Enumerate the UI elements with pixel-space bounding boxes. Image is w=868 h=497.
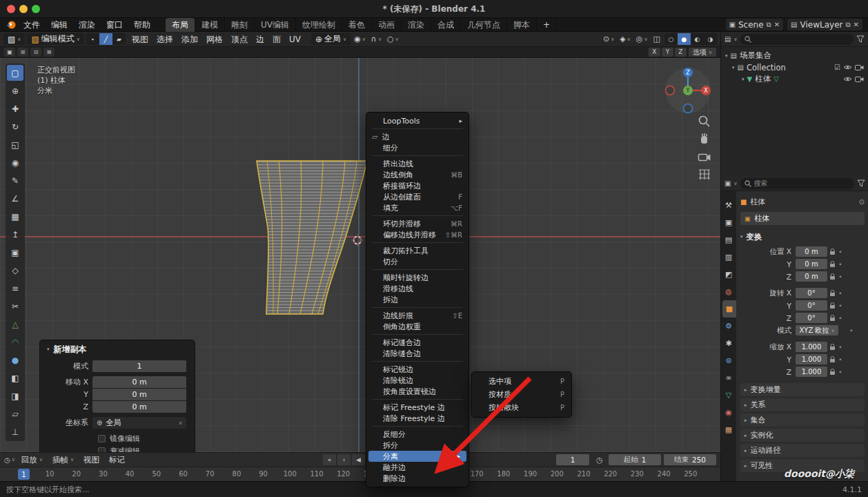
shear-tool-button[interactable]: ▱	[7, 406, 23, 422]
context-menu-item[interactable]: 清除缝合边	[366, 348, 468, 359]
select-box-tool-button[interactable]: ▢	[7, 65, 23, 81]
measure-tool-button[interactable]: ∠	[7, 191, 23, 206]
particles-tab[interactable]: ✱	[721, 335, 736, 352]
knife-tool-button[interactable]: ✂	[7, 298, 23, 314]
face-select-mode-button[interactable]: ▰	[112, 33, 126, 45]
workspace-tab[interactable]: 渲染	[402, 18, 431, 32]
animate-dot-icon[interactable]: •	[848, 327, 855, 334]
outliner-row-collection[interactable]: ▾ ▤ Collection ☑	[722, 61, 867, 73]
annotate-tool-button[interactable]: ✎	[7, 173, 23, 188]
context-menu-item[interactable]: 拆分	[366, 440, 468, 451]
context-menu-item[interactable]: 切分	[366, 256, 468, 267]
timeline-menu-插帧[interactable]: 插帧∨	[48, 455, 79, 465]
lock-icon[interactable]	[827, 273, 837, 280]
move-tool-button[interactable]: ✚	[7, 101, 23, 117]
move-z-field[interactable]: 0 m	[92, 401, 186, 413]
section-关系[interactable]: ▸关系	[740, 398, 865, 411]
rotate-tool-button[interactable]: ↻	[7, 119, 23, 135]
clock-icon[interactable]: ◷	[596, 456, 603, 465]
mode-dropdown[interactable]: ▧ 编辑模式 ∨	[27, 33, 83, 45]
mirror-z-button[interactable]: Z	[675, 48, 687, 57]
outliner-row-object[interactable]: ▾ ▼ 柱体 ▽	[722, 73, 867, 85]
workspace-tab[interactable]: 建模	[195, 18, 225, 32]
cursor-tool-button[interactable]: ⊕	[7, 83, 23, 99]
context-menu-item[interactable]: 边线倒角⌘B	[366, 169, 468, 180]
context-menu-item[interactable]: 按角度设置锐边	[366, 386, 468, 397]
context-menu-item[interactable]: 细分	[366, 142, 468, 153]
modifiers-tab[interactable]: ⚙	[721, 318, 736, 335]
properties-editor-icon[interactable]: ▣	[724, 179, 731, 187]
remove-viewlayer-icon[interactable]: ✕	[854, 21, 859, 28]
hide-eye-icon[interactable]	[843, 63, 852, 72]
extrude-region-tool-button[interactable]: ↥	[7, 226, 23, 242]
property-value-field[interactable]: 1.000	[796, 367, 827, 377]
pin-icon[interactable]: ⊙	[859, 198, 865, 206]
scene-selector[interactable]: ▣ Scene ⧉ ✕	[726, 19, 784, 30]
timeline-menu-标记[interactable]: 标记	[104, 455, 130, 465]
section-集合[interactable]: ▸集合	[740, 413, 865, 427]
timeline-menu-视图[interactable]: 视图	[79, 455, 104, 465]
breadcrumb-object-name[interactable]: 柱体	[750, 197, 765, 207]
properties-search-input[interactable]: 搜索	[740, 178, 854, 189]
frame-start-field[interactable]: 起始 1	[609, 454, 661, 465]
playhead[interactable]: 1	[18, 469, 30, 480]
falloff-editing-checkbox[interactable]	[98, 447, 106, 452]
viewport-menu-选择[interactable]: 选择	[152, 32, 177, 47]
transform-tool-button[interactable]: ◉	[7, 155, 23, 170]
property-value-field[interactable]: 0°	[796, 288, 827, 298]
bevel-tool-button[interactable]: ◇	[7, 262, 23, 278]
object-tab[interactable]: ■	[722, 300, 736, 318]
minimize-window-button[interactable]	[19, 5, 28, 13]
select-mode-extend-button[interactable]: ⊞	[17, 48, 28, 57]
select-mode-set-button[interactable]: ▣	[4, 48, 15, 57]
scene-tab[interactable]: ◩	[721, 266, 736, 283]
expand-icon[interactable]: ▾	[742, 77, 744, 82]
workspace-tab[interactable]: 纹理绘制	[296, 18, 342, 32]
constraints-tab[interactable]: ∞	[721, 369, 736, 387]
animate-dot-icon[interactable]: •	[837, 261, 844, 268]
current-frame-field[interactable]: 1	[556, 454, 589, 465]
hide-eye-icon[interactable]	[843, 75, 852, 84]
context-menu-item[interactable]: 标记缝合边	[366, 337, 468, 348]
wireframe-shading-button[interactable]: ○	[664, 33, 678, 45]
workspace-tab[interactable]: 动画	[372, 18, 402, 32]
zoom-icon[interactable]	[697, 114, 712, 129]
mirror-editing-checkbox[interactable]	[98, 435, 106, 442]
workspace-tab[interactable]: 布局	[166, 18, 195, 32]
lock-icon[interactable]	[827, 315, 837, 322]
context-menu-item[interactable]: 顺时针旋转边	[366, 272, 468, 283]
collection-checkbox[interactable]: ☑	[834, 64, 840, 71]
view-layer-tab[interactable]: ▥	[721, 248, 736, 266]
select-mode-subtract-button[interactable]: ⊟	[30, 48, 41, 57]
loop-cut-tool-button[interactable]: ≡	[7, 280, 23, 296]
property-value-field[interactable]: 0 m	[796, 271, 827, 282]
animate-dot-icon[interactable]: •	[837, 248, 844, 255]
vertex-select-mode-button[interactable]: ∙	[86, 33, 99, 45]
app-menu-文件[interactable]: 文件	[18, 18, 46, 32]
section-实例化[interactable]: ▸实例化	[740, 429, 865, 442]
timeline-ruler[interactable]: 1 10203040506070809010011012013014015016…	[0, 467, 720, 482]
animate-dot-icon[interactable]: •	[837, 356, 844, 363]
edge-slide-tool-button[interactable]: ◧	[7, 370, 23, 386]
new-scene-icon[interactable]: ⧉	[767, 21, 771, 29]
workspace-tab[interactable]: 脚本	[507, 18, 537, 32]
collection-label[interactable]: Collection	[747, 63, 786, 72]
workspace-tab[interactable]: 着色	[342, 18, 372, 32]
property-value-field[interactable]: 0 m	[796, 259, 827, 269]
add-workspace-button[interactable]: +	[537, 18, 557, 32]
texture-tab[interactable]: ▦	[721, 421, 736, 438]
context-menu-item[interactable]: 偏移边线并滑移⇧⌘R	[366, 229, 468, 240]
lock-icon[interactable]	[827, 344, 837, 351]
rendered-shading-button[interactable]: ◑	[704, 33, 717, 45]
section-变换增量[interactable]: ▸变换增量	[740, 383, 865, 396]
expand-icon[interactable]: ▾	[732, 65, 735, 70]
lock-icon[interactable]	[827, 290, 837, 297]
jump-to-start-button[interactable]: «	[323, 454, 336, 465]
lock-icon[interactable]	[827, 356, 837, 363]
app-menu-渲染[interactable]: 渲染	[73, 18, 101, 32]
section-可见性[interactable]: ▸可见性	[740, 459, 865, 472]
transform-panel-header[interactable]: ▾ 变换	[740, 231, 865, 243]
workspace-tab[interactable]: 雕刻	[225, 18, 255, 32]
spin-tool-button[interactable]: ◠	[7, 334, 23, 350]
navigation-gizmo[interactable]: Z X Y	[664, 66, 712, 115]
